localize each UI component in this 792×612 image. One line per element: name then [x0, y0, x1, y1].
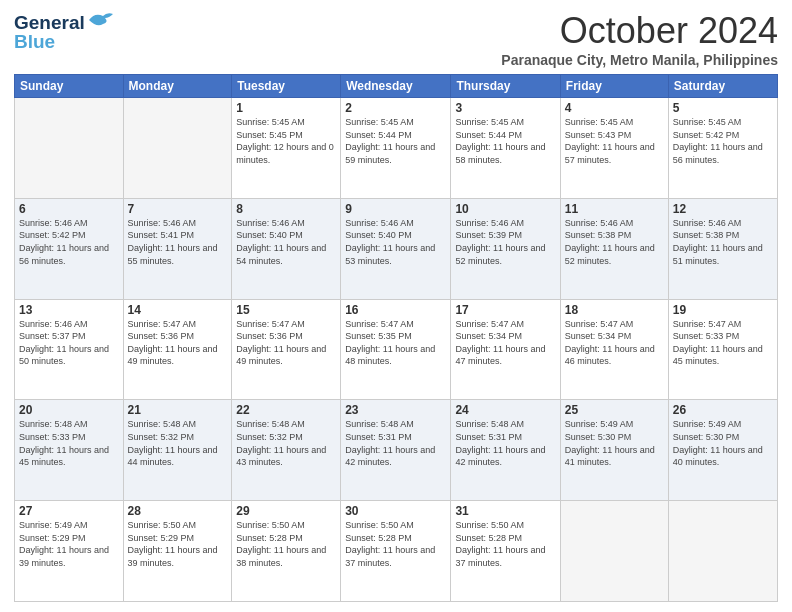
day-number: 11 — [565, 202, 664, 216]
day-header-tuesday: Tuesday — [232, 75, 341, 98]
day-info: Sunrise: 5:47 AM Sunset: 5:35 PM Dayligh… — [345, 318, 446, 368]
day-number: 26 — [673, 403, 773, 417]
calendar-cell — [668, 501, 777, 602]
calendar-cell: 20Sunrise: 5:48 AM Sunset: 5:33 PM Dayli… — [15, 400, 124, 501]
header: General Blue October 2024 Paranaque City… — [14, 10, 778, 68]
calendar-week-row: 20Sunrise: 5:48 AM Sunset: 5:33 PM Dayli… — [15, 400, 778, 501]
day-number: 17 — [455, 303, 555, 317]
day-info: Sunrise: 5:46 AM Sunset: 5:39 PM Dayligh… — [455, 217, 555, 267]
day-number: 12 — [673, 202, 773, 216]
day-info: Sunrise: 5:47 AM Sunset: 5:33 PM Dayligh… — [673, 318, 773, 368]
calendar-cell: 26Sunrise: 5:49 AM Sunset: 5:30 PM Dayli… — [668, 400, 777, 501]
calendar-cell: 23Sunrise: 5:48 AM Sunset: 5:31 PM Dayli… — [341, 400, 451, 501]
calendar-header-row: SundayMondayTuesdayWednesdayThursdayFrid… — [15, 75, 778, 98]
day-header-thursday: Thursday — [451, 75, 560, 98]
day-number: 28 — [128, 504, 228, 518]
day-info: Sunrise: 5:46 AM Sunset: 5:42 PM Dayligh… — [19, 217, 119, 267]
calendar-cell: 6Sunrise: 5:46 AM Sunset: 5:42 PM Daylig… — [15, 198, 124, 299]
day-number: 7 — [128, 202, 228, 216]
calendar-cell: 21Sunrise: 5:48 AM Sunset: 5:32 PM Dayli… — [123, 400, 232, 501]
day-info: Sunrise: 5:45 AM Sunset: 5:42 PM Dayligh… — [673, 116, 773, 166]
day-info: Sunrise: 5:50 AM Sunset: 5:28 PM Dayligh… — [345, 519, 446, 569]
day-info: Sunrise: 5:50 AM Sunset: 5:28 PM Dayligh… — [455, 519, 555, 569]
calendar-week-row: 13Sunrise: 5:46 AM Sunset: 5:37 PM Dayli… — [15, 299, 778, 400]
calendar-cell: 2Sunrise: 5:45 AM Sunset: 5:44 PM Daylig… — [341, 98, 451, 199]
calendar-cell: 14Sunrise: 5:47 AM Sunset: 5:36 PM Dayli… — [123, 299, 232, 400]
day-info: Sunrise: 5:46 AM Sunset: 5:40 PM Dayligh… — [345, 217, 446, 267]
day-info: Sunrise: 5:49 AM Sunset: 5:30 PM Dayligh… — [673, 418, 773, 468]
calendar-cell: 3Sunrise: 5:45 AM Sunset: 5:44 PM Daylig… — [451, 98, 560, 199]
day-number: 31 — [455, 504, 555, 518]
calendar-cell: 31Sunrise: 5:50 AM Sunset: 5:28 PM Dayli… — [451, 501, 560, 602]
day-info: Sunrise: 5:46 AM Sunset: 5:37 PM Dayligh… — [19, 318, 119, 368]
day-info: Sunrise: 5:48 AM Sunset: 5:32 PM Dayligh… — [128, 418, 228, 468]
day-number: 5 — [673, 101, 773, 115]
day-number: 10 — [455, 202, 555, 216]
day-info: Sunrise: 5:46 AM Sunset: 5:40 PM Dayligh… — [236, 217, 336, 267]
day-info: Sunrise: 5:50 AM Sunset: 5:28 PM Dayligh… — [236, 519, 336, 569]
day-header-sunday: Sunday — [15, 75, 124, 98]
day-number: 29 — [236, 504, 336, 518]
day-number: 18 — [565, 303, 664, 317]
day-number: 4 — [565, 101, 664, 115]
calendar-cell: 12Sunrise: 5:46 AM Sunset: 5:38 PM Dayli… — [668, 198, 777, 299]
day-number: 13 — [19, 303, 119, 317]
day-info: Sunrise: 5:46 AM Sunset: 5:38 PM Dayligh… — [673, 217, 773, 267]
calendar-cell — [15, 98, 124, 199]
day-info: Sunrise: 5:50 AM Sunset: 5:29 PM Dayligh… — [128, 519, 228, 569]
calendar-cell — [560, 501, 668, 602]
calendar-cell: 9Sunrise: 5:46 AM Sunset: 5:40 PM Daylig… — [341, 198, 451, 299]
day-number: 8 — [236, 202, 336, 216]
calendar-cell: 17Sunrise: 5:47 AM Sunset: 5:34 PM Dayli… — [451, 299, 560, 400]
day-info: Sunrise: 5:48 AM Sunset: 5:33 PM Dayligh… — [19, 418, 119, 468]
title-block: October 2024 Paranaque City, Metro Manil… — [501, 10, 778, 68]
day-number: 16 — [345, 303, 446, 317]
calendar-cell: 28Sunrise: 5:50 AM Sunset: 5:29 PM Dayli… — [123, 501, 232, 602]
day-number: 30 — [345, 504, 446, 518]
calendar-week-row: 1Sunrise: 5:45 AM Sunset: 5:45 PM Daylig… — [15, 98, 778, 199]
calendar-cell: 22Sunrise: 5:48 AM Sunset: 5:32 PM Dayli… — [232, 400, 341, 501]
day-info: Sunrise: 5:45 AM Sunset: 5:45 PM Dayligh… — [236, 116, 336, 166]
calendar-week-row: 6Sunrise: 5:46 AM Sunset: 5:42 PM Daylig… — [15, 198, 778, 299]
calendar-cell: 24Sunrise: 5:48 AM Sunset: 5:31 PM Dayli… — [451, 400, 560, 501]
calendar-cell: 19Sunrise: 5:47 AM Sunset: 5:33 PM Dayli… — [668, 299, 777, 400]
calendar-cell: 11Sunrise: 5:46 AM Sunset: 5:38 PM Dayli… — [560, 198, 668, 299]
month-title: October 2024 — [501, 10, 778, 52]
day-number: 6 — [19, 202, 119, 216]
day-header-monday: Monday — [123, 75, 232, 98]
day-number: 27 — [19, 504, 119, 518]
day-number: 22 — [236, 403, 336, 417]
day-info: Sunrise: 5:47 AM Sunset: 5:36 PM Dayligh… — [236, 318, 336, 368]
day-info: Sunrise: 5:47 AM Sunset: 5:34 PM Dayligh… — [565, 318, 664, 368]
day-number: 25 — [565, 403, 664, 417]
day-header-wednesday: Wednesday — [341, 75, 451, 98]
day-info: Sunrise: 5:46 AM Sunset: 5:41 PM Dayligh… — [128, 217, 228, 267]
day-info: Sunrise: 5:47 AM Sunset: 5:36 PM Dayligh… — [128, 318, 228, 368]
calendar-cell: 16Sunrise: 5:47 AM Sunset: 5:35 PM Dayli… — [341, 299, 451, 400]
calendar-week-row: 27Sunrise: 5:49 AM Sunset: 5:29 PM Dayli… — [15, 501, 778, 602]
calendar-cell: 4Sunrise: 5:45 AM Sunset: 5:43 PM Daylig… — [560, 98, 668, 199]
day-info: Sunrise: 5:46 AM Sunset: 5:38 PM Dayligh… — [565, 217, 664, 267]
calendar-cell: 13Sunrise: 5:46 AM Sunset: 5:37 PM Dayli… — [15, 299, 124, 400]
day-info: Sunrise: 5:45 AM Sunset: 5:44 PM Dayligh… — [455, 116, 555, 166]
calendar-cell: 29Sunrise: 5:50 AM Sunset: 5:28 PM Dayli… — [232, 501, 341, 602]
day-number: 1 — [236, 101, 336, 115]
calendar-cell: 18Sunrise: 5:47 AM Sunset: 5:34 PM Dayli… — [560, 299, 668, 400]
day-number: 9 — [345, 202, 446, 216]
day-info: Sunrise: 5:49 AM Sunset: 5:29 PM Dayligh… — [19, 519, 119, 569]
day-info: Sunrise: 5:48 AM Sunset: 5:31 PM Dayligh… — [345, 418, 446, 468]
day-info: Sunrise: 5:48 AM Sunset: 5:31 PM Dayligh… — [455, 418, 555, 468]
day-info: Sunrise: 5:45 AM Sunset: 5:44 PM Dayligh… — [345, 116, 446, 166]
day-number: 24 — [455, 403, 555, 417]
day-info: Sunrise: 5:48 AM Sunset: 5:32 PM Dayligh… — [236, 418, 336, 468]
day-number: 15 — [236, 303, 336, 317]
day-info: Sunrise: 5:45 AM Sunset: 5:43 PM Dayligh… — [565, 116, 664, 166]
page: General Blue October 2024 Paranaque City… — [0, 0, 792, 612]
day-number: 19 — [673, 303, 773, 317]
calendar-cell: 5Sunrise: 5:45 AM Sunset: 5:42 PM Daylig… — [668, 98, 777, 199]
calendar-cell: 8Sunrise: 5:46 AM Sunset: 5:40 PM Daylig… — [232, 198, 341, 299]
calendar-cell: 10Sunrise: 5:46 AM Sunset: 5:39 PM Dayli… — [451, 198, 560, 299]
location-title: Paranaque City, Metro Manila, Philippine… — [501, 52, 778, 68]
day-number: 14 — [128, 303, 228, 317]
day-number: 21 — [128, 403, 228, 417]
